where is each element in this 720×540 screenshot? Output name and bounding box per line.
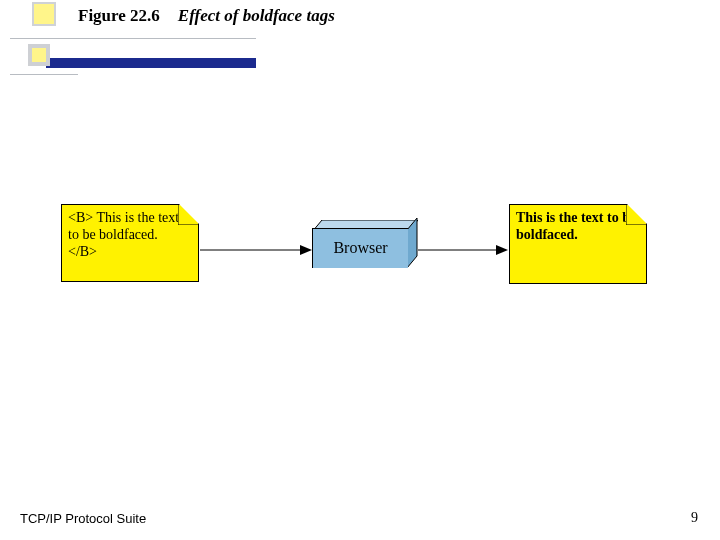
result-note-text: This is the text to be boldfaced. (516, 210, 638, 244)
decor-line (10, 38, 256, 39)
open-tag: <B> (68, 210, 93, 225)
arrow-icon (418, 240, 508, 260)
figure-title: Figure 22.6 Effect of boldface tags (78, 6, 335, 26)
figure-number: Figure 22.6 (78, 6, 160, 25)
dog-ear-line (626, 205, 646, 225)
decor-square-sub (28, 44, 50, 66)
browser-box: Browser (312, 228, 408, 268)
page-number: 9 (691, 510, 698, 526)
svg-marker-3 (407, 218, 417, 268)
dog-ear-line (178, 205, 198, 225)
browser-label: Browser (333, 239, 387, 256)
decor-line (10, 74, 78, 75)
result-note: This is the text to be boldfaced. (509, 204, 647, 284)
figure-caption: Effect of boldface tags (178, 6, 335, 25)
source-note-text: <B> This is the text to be boldfaced. </… (68, 210, 190, 260)
svg-marker-5 (496, 245, 508, 255)
decor-bar (46, 58, 256, 68)
svg-marker-1 (300, 245, 312, 255)
close-tag: </B> (68, 244, 97, 259)
source-note: <B> This is the text to be boldfaced. </… (61, 204, 199, 282)
arrow-icon (200, 240, 312, 260)
decor-square-top (32, 2, 56, 26)
footer-text: TCP/IP Protocol Suite (20, 511, 146, 526)
